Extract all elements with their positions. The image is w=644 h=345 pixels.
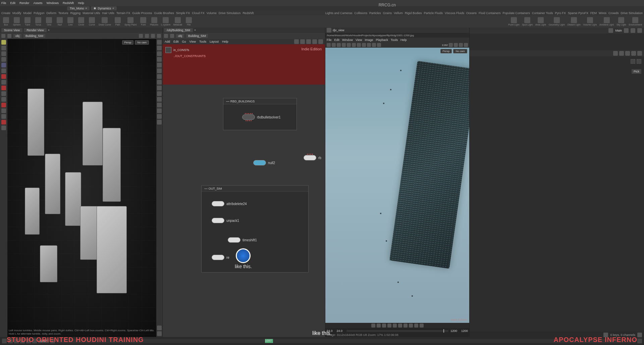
stamp-tool-icon[interactable] <box>1 120 6 125</box>
measure-tool-icon[interactable] <box>1 114 6 119</box>
djv-persp[interactable]: Persp <box>440 49 452 53</box>
tool-skylight[interactable]: Sky Light <box>616 17 626 26</box>
menu-redshift[interactable]: Redshift <box>63 1 74 5</box>
tool-envlight[interactable]: Environment <box>629 17 642 26</box>
djv-close-icon[interactable] <box>337 43 341 47</box>
net-add[interactable]: Add <box>165 40 170 43</box>
arrow-icon[interactable] <box>631 28 635 33</box>
djv-tools[interactable]: Tools <box>391 38 398 42</box>
fog-vis-icon[interactable] <box>157 103 162 107</box>
net-help[interactable]: Help <box>222 40 228 43</box>
display-opts-icon[interactable] <box>157 331 162 336</box>
tool-drawcurve[interactable]: Draw Curve <box>99 17 111 26</box>
node-null2[interactable]: null2 <box>253 160 275 165</box>
lock-tool-icon[interactable] <box>1 68 6 73</box>
djv-toolbar[interactable]: 1192 <box>325 42 469 48</box>
tool-box[interactable]: Box <box>2 17 10 26</box>
djv-hist-icon[interactable] <box>367 43 371 47</box>
network-path[interactable]: obj Building_SIM <box>163 33 325 39</box>
djv-prev-icon[interactable] <box>377 324 381 328</box>
djv-loop-icon[interactable] <box>409 324 413 328</box>
tool-torus[interactable]: Torus <box>34 17 42 26</box>
network-menu[interactable]: Add Edit Go View Tools Layout Help <box>163 39 325 44</box>
net-fwd-icon[interactable] <box>170 34 174 38</box>
param-toolbar[interactable] <box>470 50 644 56</box>
tool-pointlight[interactable]: Point Light <box>508 17 519 26</box>
djv-zoom-icon[interactable] <box>352 43 356 47</box>
tool-line[interactable]: Line <box>66 17 74 26</box>
tool-metaball[interactable]: Metaball <box>173 17 182 26</box>
djv-nocam[interactable]: No cam <box>453 49 467 53</box>
scope-icon[interactable] <box>625 51 630 56</box>
doc-tab-2[interactable]: ✱Dynamics+ <box>91 6 117 10</box>
djv-file[interactable]: File <box>327 38 332 42</box>
viewport-3d[interactable]: Persp No cam <box>7 39 156 337</box>
rotate-tool-icon[interactable] <box>1 51 6 56</box>
tool-spray[interactable]: Spray Paint <box>124 17 137 26</box>
tool-path[interactable]: Path <box>114 17 122 26</box>
cam-persp[interactable]: Persp <box>122 40 134 45</box>
djv-last-icon[interactable] <box>393 324 397 328</box>
record-tool-icon[interactable] <box>1 74 6 79</box>
net-tree-icon[interactable] <box>306 39 311 44</box>
lock-vis-icon[interactable] <box>157 40 162 45</box>
djv-fit-icon[interactable] <box>342 43 346 47</box>
djv-a-icon[interactable] <box>464 43 468 47</box>
djv-help[interactable]: Help <box>400 38 407 42</box>
djv-stepf-icon[interactable] <box>404 324 408 328</box>
menu-file[interactable]: File <box>1 1 6 5</box>
node-rb-partial[interactable]: rb <box>304 155 321 160</box>
djv-menu[interactable]: File Edit Window View Image Playback Too… <box>325 38 469 42</box>
djv-image[interactable]: Image <box>365 38 373 42</box>
djv-first-icon[interactable] <box>371 324 375 328</box>
cam-nocam[interactable]: No cam <box>135 40 149 45</box>
path-building[interactable]: Building_SIM <box>23 34 45 38</box>
ghost-icon[interactable] <box>145 34 149 38</box>
djv-playbar[interactable] <box>325 323 469 328</box>
djv-set-icon[interactable] <box>377 43 381 47</box>
net-layout[interactable]: Layout <box>210 40 219 43</box>
move-tool-icon[interactable] <box>1 46 6 50</box>
netbox-rbd[interactable]: — RBD_BUILDINGS rbdbulletsolver1 <box>223 98 297 130</box>
tool-distantlight[interactable]: Distant Light <box>568 17 581 26</box>
tool-curve[interactable]: Curve <box>88 17 96 26</box>
grid-vis-icon[interactable] <box>157 91 162 96</box>
ghost-vis-icon[interactable] <box>157 46 162 50</box>
viewport-right-toolbar[interactable] <box>156 39 162 337</box>
nav-fwd-icon[interactable] <box>7 34 11 38</box>
layout-tool-icon[interactable] <box>1 91 6 96</box>
gamma-vis-icon[interactable] <box>157 120 162 125</box>
djv-play-icon[interactable] <box>382 324 386 328</box>
network-canvas[interactable]: — RBD_BUILDINGS rbdbulletsolver1 null2 r… <box>163 85 325 337</box>
net-find-icon[interactable] <box>294 39 299 44</box>
viewport-left-toolbar[interactable] <box>0 39 7 337</box>
djv-full-icon[interactable] <box>347 43 351 47</box>
netbox-outsim[interactable]: — OUT_SIM attribdelete24 unpack1 timeshi… <box>201 185 309 273</box>
djv-playback[interactable]: Playback <box>376 38 388 42</box>
desktop-icon[interactable] <box>608 28 613 33</box>
menu-render[interactable]: Render <box>19 1 30 5</box>
shelf-row[interactable]: CreateModifyModelPolygonDeformTextureRig… <box>0 11 644 15</box>
parm-help-icon[interactable] <box>637 51 642 56</box>
input-node-icon[interactable] <box>165 47 171 53</box>
node-re[interactable]: re <box>212 255 229 260</box>
net-building[interactable]: Building_SIM <box>186 34 208 38</box>
tool-spotlight[interactable]: Spot Light <box>522 17 533 26</box>
pin-icon[interactable] <box>139 34 143 38</box>
tool-shelf[interactable]: Box Sphere Tube Torus Grid Null Line Cir… <box>0 15 644 28</box>
dof-vis-icon[interactable] <box>157 108 162 113</box>
tool-grid[interactable]: Grid <box>45 17 53 26</box>
plus-icon[interactable] <box>624 28 629 33</box>
wire-vis-icon[interactable] <box>157 51 162 56</box>
arrow-tool-icon[interactable] <box>1 63 6 67</box>
normal-vis-icon[interactable] <box>157 68 162 73</box>
tool-ambientlight[interactable]: Ambient Light <box>599 17 614 26</box>
tab-network[interactable]: /obj/Building_SIM <box>164 28 193 32</box>
gear-icon[interactable] <box>637 28 642 33</box>
image-viewport[interactable]: Persp No cam Indie Edition <box>325 48 469 323</box>
menu-edit[interactable]: Edit <box>10 1 16 5</box>
tool-font[interactable]: Font <box>139 17 147 26</box>
shade-vis-icon[interactable] <box>157 57 162 62</box>
net-go[interactable]: Go <box>182 40 186 43</box>
cam-vis-icon[interactable] <box>157 97 162 102</box>
